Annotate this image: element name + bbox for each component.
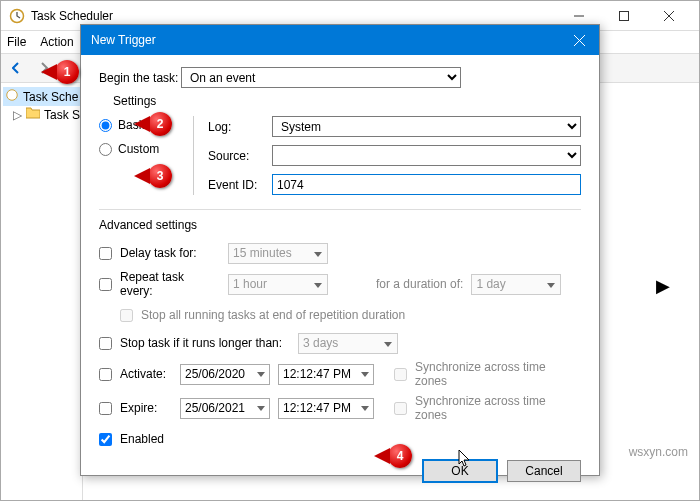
custom-radio[interactable] <box>99 143 112 156</box>
tree-root-label: Task Sche <box>23 90 78 104</box>
stop-long-combo[interactable]: 3 days <box>298 333 398 354</box>
activate-checkbox[interactable] <box>99 368 112 381</box>
folder-icon <box>26 107 40 122</box>
eventid-input[interactable] <box>272 174 581 195</box>
expire-checkbox[interactable] <box>99 402 112 415</box>
divider <box>193 116 194 195</box>
tree-child-label: Task S <box>44 108 80 122</box>
callout-2: 2 <box>148 112 172 136</box>
expand-icon[interactable]: ▷ <box>13 108 22 122</box>
new-trigger-dialog: New Trigger Begin the task: On an event … <box>80 24 600 476</box>
callout-4: 4 <box>388 444 412 468</box>
delay-label: Delay task for: <box>120 246 220 260</box>
repeat-label: Repeat task every: <box>120 270 220 298</box>
dialog-titlebar[interactable]: New Trigger <box>81 25 599 55</box>
close-button[interactable] <box>646 2 691 30</box>
delay-combo[interactable]: 15 minutes <box>228 243 328 264</box>
advanced-settings-label: Advanced settings <box>99 218 581 232</box>
settings-label: Settings <box>113 94 581 108</box>
cancel-button[interactable]: Cancel <box>507 460 581 482</box>
custom-radio-row[interactable]: Custom <box>99 142 179 156</box>
activate-sync-checkbox <box>394 368 407 381</box>
source-select[interactable] <box>272 145 581 166</box>
basic-radio[interactable] <box>99 119 112 132</box>
expire-sync-label: Synchronize across time zones <box>415 394 581 422</box>
svg-point-2 <box>7 90 18 101</box>
expire-time[interactable]: 12:12:47 PM <box>278 398 374 419</box>
chevron-right-icon[interactable]: ▶ <box>656 275 670 297</box>
maximize-button[interactable] <box>601 2 646 30</box>
back-button[interactable] <box>7 56 33 80</box>
begin-task-label: Begin the task: <box>99 71 181 85</box>
repeat-checkbox[interactable] <box>99 278 112 291</box>
activate-sync-label: Synchronize across time zones <box>415 360 581 388</box>
menu-file[interactable]: File <box>7 35 26 49</box>
clock-icon <box>5 88 19 105</box>
tree-panel: Task Sche ▷ Task S <box>1 83 83 500</box>
enabled-label: Enabled <box>120 432 164 446</box>
duration-label: for a duration of: <box>376 277 463 291</box>
ok-button[interactable]: OK <box>423 460 497 482</box>
dialog-close-button[interactable] <box>559 25 599 55</box>
divider <box>99 209 581 210</box>
dialog-title: New Trigger <box>91 33 559 47</box>
clock-icon <box>9 8 25 24</box>
delay-checkbox[interactable] <box>99 247 112 260</box>
stop-repetition-checkbox <box>120 309 133 322</box>
expire-sync-checkbox <box>394 402 407 415</box>
log-select[interactable]: System <box>272 116 581 137</box>
svg-rect-1 <box>619 11 628 20</box>
stop-long-checkbox[interactable] <box>99 337 112 350</box>
eventid-label: Event ID: <box>208 178 264 192</box>
activate-label: Activate: <box>120 367 172 381</box>
duration-combo[interactable]: 1 day <box>471 274 561 295</box>
tree-child[interactable]: ▷ Task S <box>3 106 80 123</box>
log-label: Log: <box>208 120 264 134</box>
menu-action[interactable]: Action <box>40 35 73 49</box>
expire-date[interactable]: 25/06/2021 <box>180 398 270 419</box>
callout-3: 3 <box>148 164 172 188</box>
activate-time[interactable]: 12:12:47 PM <box>278 364 374 385</box>
enabled-checkbox[interactable] <box>99 433 112 446</box>
custom-label: Custom <box>118 142 159 156</box>
tree-root[interactable]: Task Sche <box>3 87 80 106</box>
app-title: Task Scheduler <box>31 9 556 23</box>
stop-repetition-label: Stop all running tasks at end of repetit… <box>141 308 405 322</box>
stop-long-label: Stop task if it runs longer than: <box>120 336 290 350</box>
repeat-combo[interactable]: 1 hour <box>228 274 328 295</box>
activate-date[interactable]: 25/06/2020 <box>180 364 270 385</box>
callout-1: 1 <box>55 60 79 84</box>
watermark: wsxyn.com <box>629 445 688 459</box>
begin-task-select[interactable]: On an event <box>181 67 461 88</box>
source-label: Source: <box>208 149 264 163</box>
expire-label: Expire: <box>120 401 172 415</box>
